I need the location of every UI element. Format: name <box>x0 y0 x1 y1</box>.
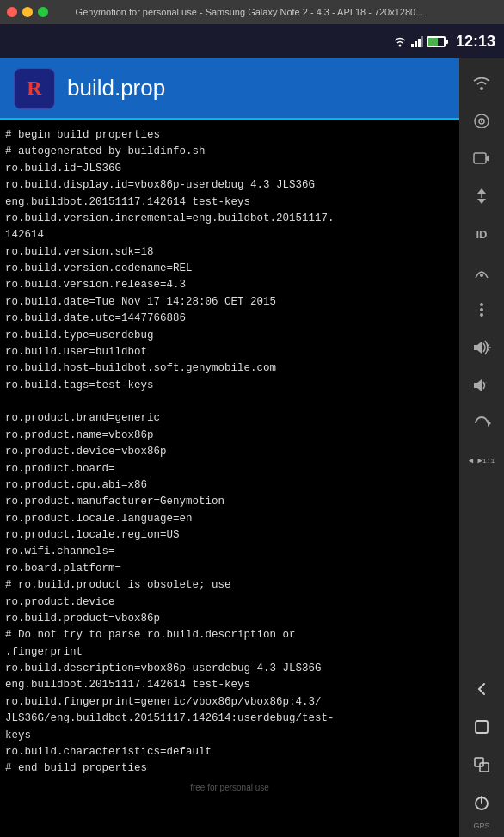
recent-sidebar-button[interactable] <box>464 748 499 782</box>
svg-marker-18 <box>474 342 482 354</box>
svg-marker-22 <box>474 379 482 391</box>
svg-rect-3 <box>418 39 421 47</box>
wifi-icon <box>392 35 408 47</box>
video-sidebar-icon[interactable] <box>464 141 499 175</box>
title-bar: Genymotion for personal use - Samsung Ga… <box>0 0 504 24</box>
wifi-sidebar-icon[interactable] <box>464 65 499 100</box>
svg-point-14 <box>480 274 483 277</box>
svg-point-16 <box>480 308 483 311</box>
svg-rect-9 <box>474 153 486 163</box>
gps-label: GPS <box>473 822 489 830</box>
status-time: 12:13 <box>456 33 495 51</box>
id-sidebar-icon[interactable]: ID <box>464 217 499 251</box>
svg-rect-4 <box>421 36 423 47</box>
status-icons <box>392 35 446 47</box>
camera-sidebar-icon[interactable] <box>464 103 499 138</box>
right-sidebar: ID <box>459 58 504 837</box>
svg-rect-27 <box>480 763 489 772</box>
power-sidebar-button[interactable] <box>464 785 499 820</box>
status-bar: 12:13 <box>0 24 504 58</box>
svg-point-8 <box>481 120 482 122</box>
battery-icon <box>427 36 446 47</box>
signal-icon <box>411 35 423 47</box>
volume-up-sidebar-icon[interactable] <box>464 330 499 365</box>
resize-sidebar-icon[interactable]: ◀ ▶ 1:1 <box>464 444 499 478</box>
app-icon: R <box>14 68 55 109</box>
menu-sidebar-icon[interactable] <box>464 292 499 327</box>
phone-frame: 12:13 R build.prop <box>0 24 504 837</box>
rotate-sidebar-icon[interactable] <box>464 406 499 440</box>
home-sidebar-button[interactable] <box>464 710 499 744</box>
svg-line-19 <box>488 344 489 346</box>
svg-marker-24 <box>488 420 491 427</box>
svg-point-17 <box>480 313 483 317</box>
scroll-sidebar-icon[interactable] <box>464 179 499 213</box>
window-title: Genymotion for personal use - Samsung Ga… <box>2 7 497 17</box>
svg-point-0 <box>398 45 401 47</box>
svg-point-15 <box>480 303 483 306</box>
watermark: free for personal use <box>0 781 459 794</box>
svg-marker-11 <box>477 188 486 194</box>
svg-rect-25 <box>476 721 488 733</box>
back-sidebar-button[interactable] <box>464 672 499 706</box>
svg-point-5 <box>480 87 483 90</box>
signal-sidebar-icon[interactable] <box>464 255 499 289</box>
svg-marker-12 <box>477 199 486 204</box>
content-area[interactable]: # begin build properties # autogenerated… <box>0 120 459 837</box>
volume-down-sidebar-icon[interactable] <box>464 368 499 403</box>
app-title: build.prop <box>67 75 165 102</box>
build-prop-content: # begin build properties # autogenerated… <box>0 120 459 785</box>
svg-rect-26 <box>475 758 483 766</box>
svg-line-21 <box>488 349 489 351</box>
svg-rect-2 <box>415 41 417 47</box>
svg-rect-1 <box>411 44 414 47</box>
app-header: R build.prop <box>0 58 504 120</box>
